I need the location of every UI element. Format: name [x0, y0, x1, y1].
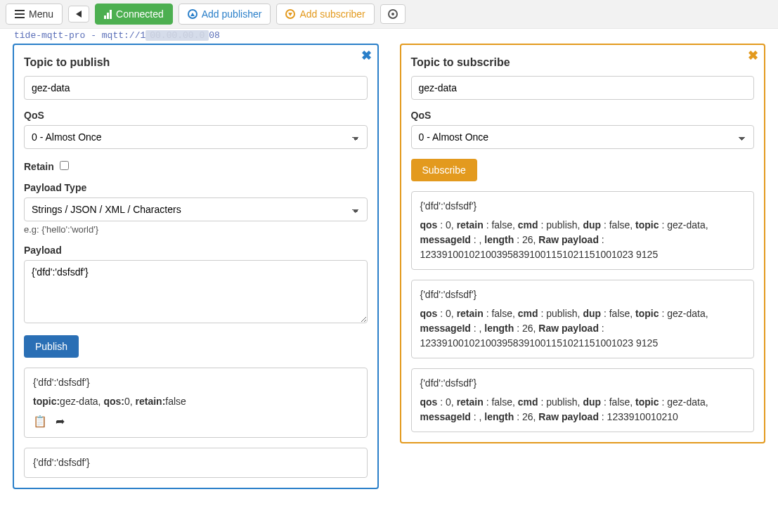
clipboard-icon[interactable]: 📋	[33, 413, 47, 430]
subscriber-message: {'dfd':'dsfsdf'}qos : 0, retain : false,…	[411, 191, 755, 270]
resend-icon[interactable]: ➦	[56, 413, 65, 430]
message-payload: {'dfd':'dsfsdf'}	[420, 199, 746, 214]
payload-label: Payload	[24, 245, 368, 256]
subscriber-topic-input[interactable]	[411, 76, 755, 100]
payload-type-hint: e.g: {'hello':'world'}	[24, 224, 368, 235]
publisher-qos-label: QoS	[24, 110, 368, 121]
retain-label: Retain	[24, 161, 54, 172]
publisher-topic-label: Topic to publish	[24, 56, 368, 69]
subscriber-message: {'dfd':'dsfsdf'}qos : 0, retain : false,…	[411, 368, 755, 432]
payload-type-label: Payload Type	[24, 182, 368, 193]
connection-string: tide-mqtt-pro - mqtt://100.00.00.008	[0, 29, 778, 44]
publish-button[interactable]: Publish	[24, 335, 79, 358]
history-payload: {'dfd':'dsfsdf'}	[33, 455, 358, 470]
history-payload: {'dfd':'dsfsdf'}	[33, 375, 358, 390]
publisher-history-item: {'dfd':'dsfsdf'} topic:gez-data, qos:0, …	[24, 368, 368, 438]
message-payload: {'dfd':'dsfsdf'}	[420, 287, 746, 302]
gear-icon	[388, 9, 398, 19]
signal-icon	[104, 10, 112, 19]
publisher-qos-select[interactable]: 0 - Almost Once	[24, 125, 368, 149]
close-icon[interactable]: ✖	[361, 48, 372, 63]
retain-checkbox[interactable]	[60, 161, 69, 170]
add-subscriber-label: Add subscriber	[299, 8, 365, 20]
publisher-history-item: {'dfd':'dsfsdf'}	[24, 448, 368, 478]
back-button[interactable]	[68, 6, 89, 22]
add-publisher-label: Add publisher	[202, 8, 262, 20]
subscriber-qos-select[interactable]: 0 - Almost Once	[411, 125, 755, 149]
payload-textarea[interactable]	[24, 260, 368, 323]
message-meta: qos : 0, retain : false, cmd : publish, …	[420, 306, 746, 351]
connected-button[interactable]: Connected	[95, 4, 173, 25]
subscribe-button[interactable]: Subscribe	[411, 159, 477, 181]
toolbar: Menu Connected Add publisher Add subscri…	[0, 0, 778, 29]
connection-blurred: 00.00.00.0	[145, 30, 209, 41]
payload-type-select[interactable]: Strings / JSON / XML / Characters	[24, 197, 368, 221]
message-payload: {'dfd':'dsfsdf'}	[420, 376, 746, 391]
subscriber-panel: ✖ Topic to subscribe QoS 0 - Almost Once…	[400, 44, 766, 443]
download-circle-icon	[285, 9, 295, 19]
subscriber-message: {'dfd':'dsfsdf'}qos : 0, retain : false,…	[411, 280, 755, 358]
subscriber-qos-label: QoS	[411, 110, 755, 121]
subscriber-topic-label: Topic to subscribe	[411, 56, 755, 69]
hamburger-icon	[15, 10, 25, 18]
close-icon[interactable]: ✖	[748, 48, 758, 63]
history-meta: topic:gez-data, qos:0, retain:false	[33, 394, 358, 409]
message-meta: qos : 0, retain : false, cmd : publish, …	[420, 395, 746, 424]
add-publisher-button[interactable]: Add publisher	[179, 4, 271, 25]
publisher-topic-input[interactable]	[24, 76, 368, 100]
menu-button[interactable]: Menu	[6, 4, 63, 25]
add-subscriber-button[interactable]: Add subscriber	[276, 4, 374, 25]
settings-button[interactable]	[380, 4, 406, 24]
connected-label: Connected	[116, 8, 164, 20]
publisher-panel: ✖ Topic to publish QoS 0 - Almost Once R…	[13, 44, 379, 489]
menu-label: Menu	[29, 8, 53, 20]
retain-row: Retain	[24, 159, 368, 172]
message-meta: qos : 0, retain : false, cmd : publish, …	[420, 218, 746, 262]
arrow-left-icon	[76, 11, 82, 18]
upload-circle-icon	[188, 9, 197, 19]
